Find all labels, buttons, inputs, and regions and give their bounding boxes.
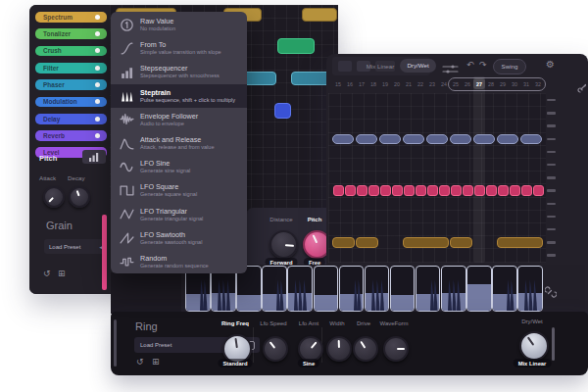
- menu-item-title: LFO Square: [140, 182, 197, 191]
- menu-item-title: Raw Value: [140, 17, 175, 25]
- steptrain-icon: [119, 88, 135, 103]
- menu-item-text: RandomGenerate random sequence: [140, 254, 209, 270]
- dry-wet-knob[interactable]: [519, 331, 549, 361]
- menu-item-lfo-sine[interactable]: LFO SineGenerate sine signal: [111, 155, 247, 178]
- menu-item-text: Raw ValueNo modulation: [140, 17, 175, 32]
- menu-item-stepsequencer[interactable]: StepsequencerStepsequencer with smoothne…: [111, 60, 247, 83]
- menu-item-lfo-triangular[interactable]: LFO TriangularGenerate triangular signal: [111, 203, 247, 226]
- menu-item-description: Stepsequencer with smoothness: [140, 73, 220, 79]
- menu-item-title: From To: [140, 40, 221, 49]
- knob-pointer: [385, 338, 407, 360]
- lfo-sine-icon: [119, 160, 135, 174]
- menu-item-raw-value[interactable]: Raw ValueNo modulation: [111, 13, 247, 36]
- knob-value-pill[interactable]: Sine: [298, 359, 319, 368]
- menu-item-attack-and-release[interactable]: Attack and ReleaseAttack, release and fr…: [111, 131, 247, 155]
- knob-pointer-line: [270, 341, 275, 348]
- menu-item-title: LFO Triangular: [140, 207, 203, 216]
- left-scrollbar[interactable]: [114, 319, 117, 367]
- menu-item-text: LFO SawtoothGenerate sawtooth signal: [140, 230, 202, 246]
- menu-item-text: LFO SquareGenerate square signal: [140, 182, 197, 198]
- menu-item-lfo-square[interactable]: LFO SquareGenerate square signal: [111, 178, 247, 202]
- grid-view-icon[interactable]: ⊞: [152, 357, 160, 367]
- menu-item-title: Attack and Release: [140, 135, 215, 144]
- menu-item-title: LFO Sawtooth: [140, 230, 202, 239]
- lfo-triangular-icon: [119, 207, 135, 221]
- lfo-square-icon: [119, 183, 135, 198]
- menu-item-text: StepsequencerStepsequencer with smoothne…: [140, 64, 220, 79]
- menu-item-title: Stepsequencer: [140, 64, 220, 73]
- knob-pointer-line: [338, 340, 340, 348]
- menu-item-from-to[interactable]: From ToSimple value transition with slop…: [111, 36, 247, 60]
- ring-module-title: Ring: [135, 320, 158, 332]
- ring-module-bar: Ring Load Preset ◀ ▶ ↺ ⊞ Ring FreqStanda…: [0, 0, 588, 392]
- menu-item-description: No modulation: [140, 25, 175, 32]
- menu-item-description: Pulse sequence, shift + click to multipl…: [140, 97, 235, 104]
- menu-item-title: Random: [140, 254, 209, 263]
- random-icon: [119, 254, 135, 269]
- menu-item-text: Attack and ReleaseAttack, release and fr…: [140, 135, 215, 151]
- undo-icon[interactable]: ↺: [136, 357, 144, 367]
- knob-pointer-line: [235, 338, 238, 348]
- menu-item-description: Generate triangular signal: [140, 216, 203, 222]
- menu-item-description: Generate sine signal: [140, 168, 190, 174]
- menu-item-title: Envelope Follower: [140, 112, 198, 121]
- menu-item-description: Generate random sequence: [140, 263, 209, 270]
- knob-label: WaveForm: [367, 320, 421, 326]
- attack-release-icon: [119, 136, 135, 151]
- knob-label: Dry/Wet: [505, 318, 560, 324]
- lfo-speed-knob[interactable]: [263, 336, 288, 362]
- stepsequencer-icon: [119, 65, 135, 79]
- menu-item-description: Audio to envelope: [140, 121, 198, 127]
- menu-item-steptrain[interactable]: SteptrainPulse sequence, shift + click t…: [111, 84, 247, 108]
- menu-item-text: From ToSimple value transition with slop…: [140, 40, 221, 56]
- menu-item-description: Generate sawtooth signal: [140, 239, 202, 246]
- from-to-icon: [119, 41, 135, 56]
- menu-item-description: Generate square signal: [140, 191, 197, 198]
- lfo-sawtooth-icon: [119, 230, 135, 245]
- waveform-knob[interactable]: [383, 336, 409, 362]
- menu-item-title: Steptrain: [140, 88, 235, 97]
- knob-pointer-line: [397, 348, 405, 350]
- menu-item-lfo-sawtooth[interactable]: LFO SawtoothGenerate sawtooth signal: [111, 226, 247, 250]
- menu-item-text: LFO TriangularGenerate triangular signal: [140, 207, 203, 222]
- menu-item-text: Envelope FollowerAudio to envelope: [140, 112, 198, 127]
- knob-pointer-line: [527, 337, 534, 346]
- modulation-type-menu: Raw ValueNo modulationFrom ToSimple valu…: [111, 12, 247, 273]
- divider: [253, 327, 254, 363]
- knob-pointer-line: [360, 341, 366, 349]
- menu-item-description: Simple value transition with slope: [140, 49, 221, 56]
- right-scrollbar[interactable]: [552, 327, 555, 361]
- envelope-follower-icon: [119, 112, 135, 126]
- knob-pointer-line: [311, 341, 318, 348]
- menu-item-envelope-follower[interactable]: Envelope FollowerAudio to envelope: [111, 108, 247, 131]
- knob-value-pill[interactable]: Mix Linear: [514, 359, 552, 368]
- raw-value-icon: [119, 18, 135, 32]
- ring-preset-value: Load Preset: [134, 342, 221, 348]
- drive-knob[interactable]: [353, 336, 378, 362]
- menu-item-title: LFO Sine: [140, 159, 190, 168]
- menu-item-description: Attack, release and from value: [140, 144, 215, 151]
- knob-value-pill[interactable]: Standard: [218, 359, 252, 368]
- menu-item-random[interactable]: RandomGenerate random sequence: [111, 250, 247, 273]
- width-knob[interactable]: [326, 336, 352, 362]
- menu-item-text: LFO SineGenerate sine signal: [140, 159, 190, 174]
- menu-item-text: SteptrainPulse sequence, shift + click t…: [140, 88, 235, 104]
- stage: SpectrumTonalizerCrushFilterPhaserModula…: [0, 0, 588, 392]
- knob-pointer: [328, 338, 351, 361]
